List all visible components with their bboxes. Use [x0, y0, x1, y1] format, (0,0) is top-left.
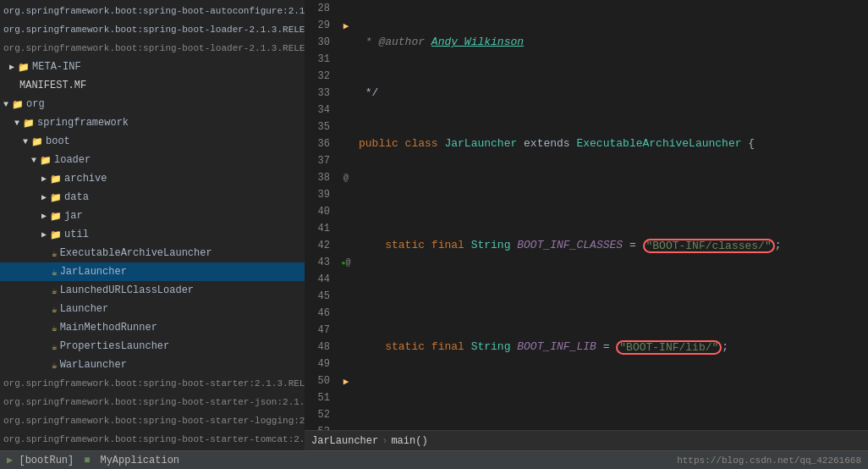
- sidebar-executable[interactable]: ☕ ExecutableArchiveLauncher: [0, 244, 305, 262]
- sidebar: org.springframework.boot:spring-boot-aut…: [0, 0, 305, 450]
- sidebar-archive[interactable]: ▶ 📁 archive: [0, 169, 305, 188]
- sidebar-launchedurlclassloader[interactable]: ☕ LaunchedURLClassLoader: [0, 281, 305, 300]
- code-line-32: static final String BOOT_INF_CLASSES = "…: [359, 237, 868, 254]
- sidebar-warlauncher[interactable]: ☕ WarLauncher: [0, 356, 305, 374]
- breadcrumb-sep: ›: [382, 435, 387, 447]
- code-line-28: * @author Andy Wilkinson: [359, 34, 868, 51]
- code-line-34: static final String BOOT_INF_LIB = "BOOT…: [359, 339, 868, 356]
- editor: 28 29 30 31 32 33 34 35 36 37 38 39 40 4…: [305, 0, 868, 450]
- sidebar-dep-starter-json[interactable]: org.springframework.boot:spring-boot-sta…: [0, 393, 305, 411]
- code-content: * @author Andy Wilkinson */ public class…: [355, 0, 868, 430]
- main-area: org.springframework.boot:spring-boot-aut…: [0, 0, 868, 450]
- status-left: ▶ [bootRun] ■ MyApplication: [7, 454, 179, 466]
- line-numbers: 28 29 30 31 32 33 34 35 36 37 38 39 40 4…: [305, 0, 337, 430]
- sidebar-propertieslauncher[interactable]: ☕ PropertiesLauncher: [0, 337, 305, 356]
- code-line-30: public class JarLauncher extends Executa…: [359, 135, 868, 152]
- sidebar-util[interactable]: ▶ 📁 util: [0, 225, 305, 244]
- code-line-31: [359, 186, 868, 203]
- breadcrumb-bar: JarLauncher › main(): [305, 430, 868, 450]
- sidebar-mainmethodrunner[interactable]: ☕ MainMethodRunner: [0, 318, 305, 337]
- sidebar-jarlauncher[interactable]: ☕ JarLauncher: [0, 262, 305, 281]
- sidebar-data[interactable]: ▶ 📁 data: [0, 188, 305, 207]
- sidebar-springframework[interactable]: ▼ 📁 springframework: [0, 113, 305, 132]
- status-run-icon: ■: [84, 455, 90, 466]
- sidebar-manifest[interactable]: MANIFEST.MF: [0, 76, 305, 95]
- code-line-33: [359, 288, 868, 305]
- sidebar-dep-loader[interactable]: org.springframework.boot:spring-boot-loa…: [0, 20, 305, 39]
- status-bar: ▶ [bootRun] ■ MyApplication https://blog…: [0, 450, 868, 469]
- sidebar-dep-starter-logging[interactable]: org.springframework.boot:spring-boot-sta…: [0, 411, 305, 430]
- sidebar-launcher[interactable]: ☕ Launcher: [0, 300, 305, 318]
- sidebar-jar-root[interactable]: org.springframework.boot:spring-boot-loa…: [0, 39, 305, 58]
- sidebar-jar[interactable]: ▶ 📁 jar: [0, 207, 305, 225]
- sidebar-dep-starter-tomcat[interactable]: org.springframework.boot:spring-boot-sta…: [0, 430, 305, 449]
- code-area: 28 29 30 31 32 33 34 35 36 37 38 39 40 4…: [305, 0, 868, 430]
- breadcrumb-jarlauncher[interactable]: JarLauncher: [311, 435, 378, 447]
- sidebar-loader[interactable]: ▼ 📁 loader: [0, 151, 305, 169]
- breadcrumb-main[interactable]: main(): [391, 435, 427, 447]
- gutter: ▶ @ ●@ ▶: [337, 0, 355, 430]
- code-line-35: [359, 389, 868, 406]
- status-bootrun[interactable]: ▶ [bootRun]: [7, 454, 74, 466]
- sidebar-meta-inf[interactable]: ▶ 📁 META-INF: [0, 58, 305, 76]
- sidebar-dep-autoconfigure[interactable]: org.springframework.boot:spring-boot-aut…: [0, 2, 305, 20]
- sidebar-org[interactable]: ▼ 📁 org: [0, 95, 305, 113]
- sidebar-dep-starter[interactable]: org.springframework.boot:spring-boot-sta…: [0, 374, 305, 393]
- sidebar-boot[interactable]: ▼ 📁 boot: [0, 132, 305, 151]
- code-line-29: */: [359, 85, 868, 102]
- status-url: https://blog.csdn.net/qq_42261668: [677, 455, 861, 466]
- status-myapp[interactable]: MyApplication: [100, 455, 179, 466]
